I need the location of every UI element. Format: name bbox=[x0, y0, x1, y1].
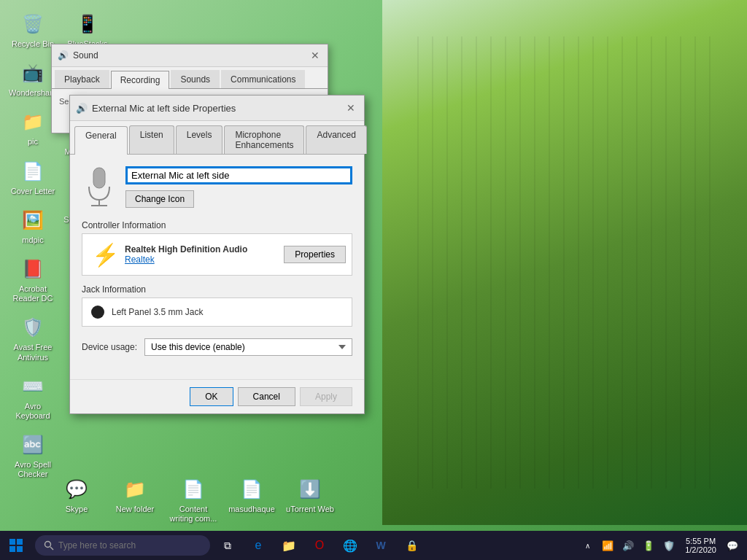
svg-rect-7 bbox=[17, 546, 23, 552]
change-icon-button[interactable]: Change Icon bbox=[125, 190, 194, 208]
ok-button[interactable]: OK bbox=[190, 387, 233, 406]
properties-dialog-title: 🔊 External Mic at left side Properties bbox=[76, 103, 236, 114]
mdpic-label: mdpic bbox=[22, 236, 43, 245]
controller-info-section: Controller Information ⚡ Realtek High De… bbox=[82, 220, 352, 276]
taskbar-file-explorer[interactable]: 📁 bbox=[274, 531, 303, 560]
device-usage-label: Device usage: bbox=[82, 342, 137, 352]
svg-rect-6 bbox=[9, 546, 15, 552]
jack-info-label: Jack Information bbox=[82, 284, 352, 295]
controller-name: Realtek High Definition Audio bbox=[125, 244, 276, 254]
search-input[interactable] bbox=[58, 540, 190, 551]
clock-time: 5:55 PM bbox=[686, 537, 716, 545]
tab-advanced[interactable]: Advanced bbox=[306, 125, 366, 154]
bottom-icon-row: 💬 Skype 📁 New folder 📄 Content writing c… bbox=[51, 472, 336, 527]
desktop-icon-mdpic[interactable]: 🖼️ mdpic bbox=[7, 203, 58, 249]
skype-icon: 💬 bbox=[63, 476, 90, 502]
controller-text: Realtek High Definition Audio Realtek bbox=[125, 244, 276, 265]
svg-rect-4 bbox=[9, 539, 15, 545]
desktop-icon-new-folder[interactable]: 📁 New folder bbox=[109, 472, 160, 527]
tab-recording[interactable]: Recording bbox=[111, 71, 170, 89]
sound-dialog-titlebar: 🔊 Sound ✕ bbox=[52, 44, 328, 67]
utorrent-icon: ⬇️ bbox=[297, 476, 323, 502]
properties-dialog: 🔊 External Mic at left side Properties ✕… bbox=[69, 95, 365, 414]
start-button[interactable] bbox=[0, 531, 32, 560]
taskbar-apps: ⧉ e 📁 O 🌐 W 🔒 bbox=[210, 531, 429, 560]
jack-inner: Left Panel 3.5 mm Jack bbox=[82, 298, 352, 327]
sound-dialog-tabs: Playback Recording Sounds Communications bbox=[52, 67, 328, 89]
taskbar-edge-browser[interactable]: e bbox=[244, 531, 273, 560]
skype-label: Skype bbox=[66, 505, 88, 514]
properties-dialog-footer: OK Cancel Apply bbox=[70, 379, 364, 413]
new-folder-label: New folder bbox=[116, 505, 155, 514]
taskbar-clock[interactable]: 5:55 PM 1/2/2020 bbox=[681, 537, 721, 554]
wondershare-icon: 📺 bbox=[20, 60, 46, 86]
svg-rect-0 bbox=[93, 168, 105, 188]
controller-properties-button[interactable]: Properties bbox=[284, 246, 346, 263]
tab-listen[interactable]: Listen bbox=[129, 125, 174, 154]
masudhaque-icon: 📄 bbox=[239, 476, 265, 502]
content-writing-icon: 📄 bbox=[180, 476, 206, 502]
controller-icon: ⚡ bbox=[88, 240, 117, 269]
tab-communications[interactable]: Communications bbox=[221, 70, 305, 88]
properties-dialog-tabs: General Listen Levels Microphone Enhance… bbox=[70, 121, 364, 155]
device-icon bbox=[82, 166, 117, 209]
tray-volume[interactable]: 🔊 bbox=[619, 531, 637, 560]
recycle-bin-label: Recycle Bin bbox=[12, 39, 54, 49]
tray-shield[interactable]: 🛡️ bbox=[660, 531, 678, 560]
tray-up-arrow[interactable]: ∧ bbox=[578, 531, 596, 560]
tray-network[interactable]: 📶 bbox=[599, 531, 616, 560]
taskbar: ⧉ e 📁 O 🌐 W 🔒 ∧ 📶 🔊 🔋 🛡️ 5:55 PM 1/2/202… bbox=[0, 531, 747, 560]
taskbar-security[interactable]: 🔒 bbox=[397, 531, 426, 560]
recycle-bin-icon: 🗑️ bbox=[20, 11, 46, 37]
cover-letter-icon: 📄 bbox=[20, 158, 46, 184]
controller-info-label: Controller Information bbox=[82, 220, 352, 230]
device-header: Change Icon bbox=[82, 166, 352, 209]
tray-battery[interactable]: 🔋 bbox=[640, 531, 657, 560]
tab-levels[interactable]: Levels bbox=[176, 125, 223, 154]
desktop-icon-avast[interactable]: 🛡️ Avast Free Antivirus bbox=[7, 311, 58, 365]
svg-line-9 bbox=[50, 547, 53, 550]
avro-label: Avro Keyboard bbox=[9, 402, 57, 421]
sound-dialog-title: 🔊 Sound bbox=[58, 50, 98, 61]
sound-dialog-close-button[interactable]: ✕ bbox=[309, 49, 322, 62]
device-name-input[interactable] bbox=[125, 166, 352, 184]
desktop: 🗑️ Recycle Bin 📺 Wondershare 📁 pic 📄 Cov… bbox=[0, 0, 747, 560]
pic-label: pic bbox=[28, 137, 38, 147]
tab-general[interactable]: General bbox=[74, 126, 128, 155]
cancel-button[interactable]: Cancel bbox=[238, 387, 295, 406]
desktop-icon-avro[interactable]: ⌨️ Avro Keyboard bbox=[7, 370, 58, 424]
tab-sounds[interactable]: Sounds bbox=[171, 70, 220, 88]
new-folder-icon: 📁 bbox=[122, 476, 148, 502]
taskbar-word[interactable]: W bbox=[366, 531, 395, 560]
desktop-icon-cover-letter[interactable]: 📄 Cover Letter bbox=[7, 155, 58, 200]
apply-button[interactable]: Apply bbox=[300, 387, 352, 406]
desktop-icon-masudhaque[interactable]: 📄 masudhaque bbox=[226, 472, 277, 527]
taskbar-system-tray: ∧ 📶 🔊 🔋 🛡️ 5:55 PM 1/2/2020 💬 bbox=[578, 531, 747, 560]
tab-microphone-enhancements[interactable]: Microphone Enhancements bbox=[224, 125, 304, 154]
properties-dialog-titlebar: 🔊 External Mic at left side Properties ✕ bbox=[70, 96, 364, 121]
properties-title-icon: 🔊 bbox=[76, 103, 88, 114]
desktop-icon-content-writing[interactable]: 📄 Content writing com... bbox=[168, 472, 219, 527]
mdpic-icon: 🖼️ bbox=[20, 207, 46, 233]
desktop-icon-utorrent[interactable]: ⬇️ uTorrent Web bbox=[285, 472, 336, 527]
properties-dialog-close-button[interactable]: ✕ bbox=[344, 101, 358, 115]
tray-notifications[interactable]: 💬 bbox=[724, 531, 741, 560]
taskbar-chrome[interactable]: 🌐 bbox=[336, 531, 365, 560]
avast-icon: 🛡️ bbox=[20, 314, 46, 341]
device-usage-row: Device usage: Use this device (enable) D… bbox=[82, 338, 352, 356]
pic-icon: 📁 bbox=[20, 109, 46, 135]
jack-text: Left Panel 3.5 mm Jack bbox=[112, 307, 203, 317]
jack-info-section: Jack Information Left Panel 3.5 mm Jack bbox=[82, 284, 352, 327]
taskbar-task-view[interactable]: ⧉ bbox=[213, 531, 242, 560]
desktop-icon-skype[interactable]: 💬 Skype bbox=[51, 472, 102, 527]
device-name-area: Change Icon bbox=[125, 166, 352, 208]
taskbar-search-bar[interactable] bbox=[35, 535, 210, 556]
controller-link[interactable]: Realtek bbox=[125, 254, 276, 265]
taskbar-opera[interactable]: O bbox=[305, 531, 334, 560]
desktop-icon-acrobat[interactable]: 📕 Acrobat Reader DC bbox=[7, 252, 58, 307]
device-usage-select[interactable]: Use this device (enable) Don't use this … bbox=[144, 338, 352, 356]
tab-playback[interactable]: Playback bbox=[55, 70, 109, 88]
avro-spell-icon: 🔤 bbox=[20, 432, 46, 458]
jack-indicator-dot bbox=[91, 306, 104, 319]
acrobat-icon: 📕 bbox=[20, 256, 46, 282]
